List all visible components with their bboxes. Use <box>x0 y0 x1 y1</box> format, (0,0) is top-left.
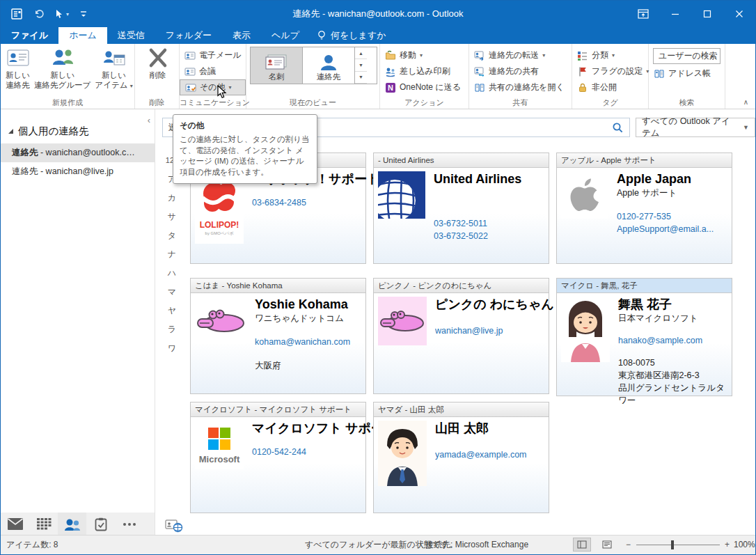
normal-view-button[interactable] <box>573 538 591 552</box>
tab-help[interactable]: ヘルプ <box>261 27 310 44</box>
contact-card-yamada[interactable]: ヤマダ - 山田 太郎 山田 太郎 yamada@example.com <box>373 402 549 513</box>
contact-card-hanako[interactable]: マイクロ - 舞黒, 花子 舞黒 花子 日本マイクロソフト hanako@sam… <box>556 278 732 396</box>
delete-x-icon <box>147 47 169 68</box>
mail-merge-button[interactable]: 差し込み印刷 <box>380 63 468 79</box>
new-contact-icon <box>6 47 30 68</box>
new-items-icon <box>102 47 126 68</box>
zoom-in-button[interactable]: + <box>725 536 730 554</box>
share-contacts-button[interactable]: 連絡先の共有 <box>469 63 572 79</box>
ribbon-spacer: ∧ <box>725 44 755 109</box>
view-contact[interactable]: 連絡先 <box>303 47 354 84</box>
folder-group-header[interactable]: 個人用の連絡先 <box>1 109 155 143</box>
index-ra[interactable]: ラ <box>164 320 180 339</box>
categorize-icon <box>577 50 588 61</box>
contact-email[interactable]: kohama@wanichan.com <box>255 336 350 348</box>
contact-phone[interactable]: 03-6834-2485 <box>252 196 361 209</box>
email-button[interactable]: 電子メール <box>180 47 246 63</box>
card-header: こはま - Yoshie Kohama <box>191 279 365 293</box>
new-contact-button[interactable]: 新しい 連絡先 <box>3 46 32 91</box>
zoom-out-button[interactable]: − <box>626 536 631 554</box>
gallery-more-icon[interactable]: ▼ <box>355 72 367 84</box>
sidebar-item-contacts-live[interactable]: 連絡先 - wanichan@live.jp <box>1 162 155 181</box>
contact-card-microsoft[interactable]: マイクロソフト - マイクロソフト サポート Microsoft マイクロソフト… <box>190 402 366 513</box>
tasks-nav-button[interactable] <box>86 513 115 536</box>
close-button[interactable] <box>723 1 755 27</box>
contact-phone[interactable]: 0120-542-244 <box>252 446 361 458</box>
contact-card-pink-wani[interactable]: ピンクノ - ピンクのわにちゃん ピンクの わにちゃん wanichan@liv… <box>373 278 549 394</box>
ribbon: 新しい 連絡先 新しい 連絡先グループ 新しい アイテム ▾ 新規作成 <box>1 44 755 109</box>
contact-card-globe-icon[interactable] <box>165 519 183 533</box>
tab-view[interactable]: 表示 <box>222 27 261 44</box>
follow-up-button[interactable]: フラグの設定▾ <box>572 63 648 79</box>
address-book-button[interactable]: アドレス帳 <box>649 65 725 81</box>
contact-email[interactable]: yamada@example.com <box>435 448 527 461</box>
maximize-button[interactable] <box>691 1 723 27</box>
contact-phone[interactable]: 0120-277-535 <box>617 210 714 223</box>
contact-phone[interactable]: 03-6732-5011 <box>434 217 521 230</box>
find-user-button[interactable]: ユーザーの検索 <box>653 48 720 64</box>
gallery-scrollbar[interactable]: ▲ ▼ ▼ <box>354 47 367 84</box>
search-scope-dropdown[interactable]: すべての Outlook アイテム ▼ <box>636 118 755 137</box>
send-to-onenote-button[interactable]: N OneNote に送る <box>380 79 468 95</box>
new-contact-group-button[interactable]: 新しい 連絡先グループ <box>32 46 93 91</box>
move-button[interactable]: 移動▾ <box>380 47 468 63</box>
open-shared-contacts-button[interactable]: 共有の連絡先を開く <box>469 79 572 95</box>
gallery-up-icon[interactable]: ▲ <box>355 47 367 59</box>
contact-phone[interactable]: 03-6732-5022 <box>434 230 521 242</box>
index-na[interactable]: ナ <box>164 245 180 264</box>
tab-sendreceive[interactable]: 送受信 <box>107 27 155 44</box>
new-items-button[interactable]: 新しい アイテム ▾ <box>93 46 134 93</box>
zoom-slider[interactable] <box>636 545 720 545</box>
index-wa[interactable]: ワ <box>164 339 180 358</box>
group-label-communication: コミュニケーション <box>180 97 246 108</box>
minimize-folder-pane-icon[interactable]: ‹ <box>148 115 150 125</box>
contact-email[interactable]: hanako@sample.com <box>618 334 727 347</box>
index-ha[interactable]: ハ <box>164 264 180 283</box>
connection-status[interactable]: 接続先: Microsoft Exchange <box>425 536 528 554</box>
minimize-button[interactable] <box>659 1 691 27</box>
collapse-ribbon-icon[interactable]: ∧ <box>743 98 748 106</box>
svg-text:Microsoft: Microsoft <box>199 454 240 464</box>
ribbon-group-communication: 電子メール 会議 その他 ▾ コミュニケーション <box>180 44 246 109</box>
calendar-icon <box>36 517 52 531</box>
private-button[interactable]: 非公開 <box>572 79 648 95</box>
index-sa[interactable]: サ <box>164 208 180 226</box>
group-label-delete: 削除 <box>135 97 179 108</box>
contact-card-kohama[interactable]: こはま - Yoshie Kohama Yoshie Kohama ワニちゃんド… <box>190 278 366 394</box>
more-nav-button[interactable] <box>115 513 143 536</box>
ribbon-display-options-button[interactable] <box>627 1 659 27</box>
contact-card-apple[interactable]: アップル - Apple サポート Apple Japan Apple サポート… <box>556 153 732 264</box>
index-ma[interactable]: マ <box>164 283 180 302</box>
gallery-down-icon[interactable]: ▼ <box>355 59 367 71</box>
tab-home[interactable]: ホーム <box>58 27 107 44</box>
calendar-nav-button[interactable] <box>29 513 58 536</box>
zoom-slider-thumb[interactable] <box>671 540 674 549</box>
mail-nav-button[interactable] <box>1 513 29 536</box>
index-ta[interactable]: タ <box>164 226 180 245</box>
forward-contact-button[interactable]: 連絡先の転送▾ <box>469 47 572 63</box>
contact-card-united[interactable]: - United Airlines United Airlines 03-673… <box>373 153 549 264</box>
tell-me-box[interactable]: 何をしますか <box>310 27 393 44</box>
reading-view-button[interactable] <box>598 538 616 552</box>
tab-file[interactable]: ファイル <box>1 27 58 44</box>
delete-button[interactable]: 削除 <box>145 46 171 81</box>
index-ka[interactable]: カ <box>164 189 180 208</box>
ribbon-group-share: 連絡先の転送▾ 連絡先の共有 共有の連絡先を開く 共有 <box>469 44 572 109</box>
categorize-button[interactable]: 分類▾ <box>572 47 648 63</box>
zoom-level[interactable]: 100% <box>734 536 755 554</box>
search-icon[interactable] <box>612 122 624 134</box>
more-button[interactable]: その他 ▾ <box>180 79 246 95</box>
meeting-button[interactable]: 会議 <box>180 63 246 79</box>
sidebar-item-contacts-outlook[interactable]: 連絡先 - wanichan@outlook.c… <box>1 143 155 162</box>
tab-folder[interactable]: フォルダー <box>155 27 222 44</box>
group-label-share: 共有 <box>469 97 572 108</box>
contact-zip: 108-0075 <box>618 357 727 369</box>
contact-email[interactable]: AppleSupport@email.a... <box>617 223 714 235</box>
group-label-tags: タグ <box>572 97 648 108</box>
index-ya[interactable]: ヤ <box>164 302 180 320</box>
people-nav-button[interactable] <box>58 513 86 536</box>
ribbon-group-tags: 分類▾ フラグの設定▾ 非公開 タグ <box>572 44 649 109</box>
hanako-avatar <box>561 297 610 407</box>
view-business-card[interactable]: 名刺 <box>251 47 303 84</box>
contact-email[interactable]: wanichan@live.jp <box>435 325 544 337</box>
